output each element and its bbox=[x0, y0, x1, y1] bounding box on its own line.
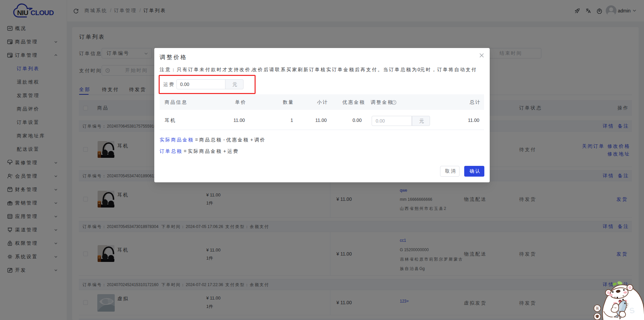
svg-text:?: ? bbox=[393, 101, 395, 104]
svg-text:英: 英 bbox=[595, 306, 599, 310]
